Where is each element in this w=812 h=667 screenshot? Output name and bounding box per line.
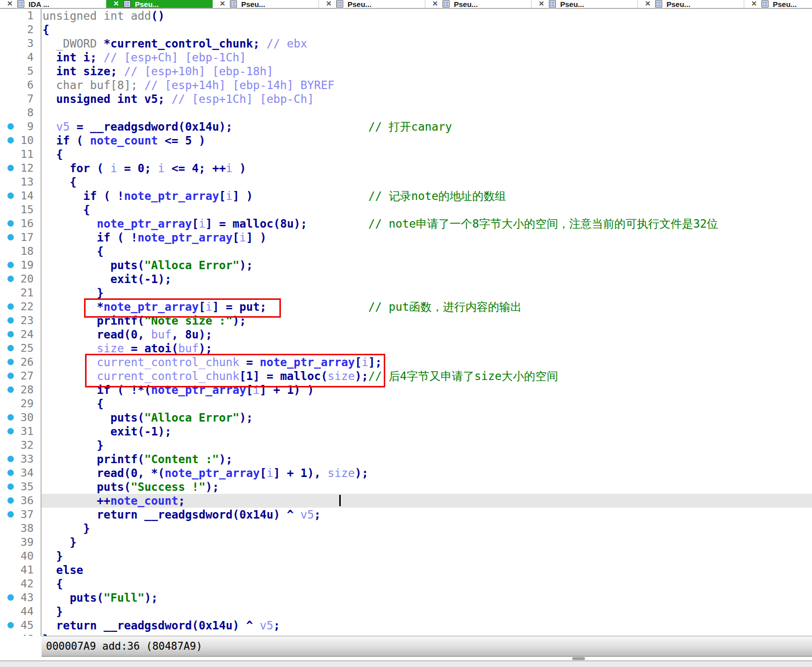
breakpoint-dot[interactable] — [7, 483, 14, 490]
code-line-27[interactable]: 27 current_control_chunk[1] = malloc(siz… — [0, 369, 812, 383]
code-line-4[interactable]: 4 int i; // [esp+Ch] [ebp-1Ch] — [0, 50, 812, 64]
code-line-1[interactable]: 1unsigned int add() — [0, 9, 812, 23]
breakpoint-dot[interactable] — [7, 414, 14, 421]
code-line-6[interactable]: 6 char buf[8]; // [esp+14h] [ebp-14h] BY… — [0, 78, 812, 92]
tab-close-icon[interactable]: ✕ — [539, 0, 544, 7]
code-line-2[interactable]: 2{ — [0, 23, 812, 37]
code-line-9[interactable]: 9 v5 = __readgsdword(0x14u); // 打开canary — [0, 120, 812, 134]
code-line-26[interactable]: 26 current_control_chunk = note_ptr_arra… — [0, 355, 812, 369]
code-line-20[interactable]: 20 exit(-1); — [0, 272, 812, 286]
breakpoint-dot[interactable] — [7, 345, 14, 351]
token-kw: if ( ! — [43, 231, 137, 244]
code-line-16[interactable]: 16 note_ptr_array[i] = malloc(8u); // no… — [0, 217, 812, 231]
code-line-15[interactable]: 15 { — [0, 203, 812, 217]
tab-close-icon[interactable]: ✕ — [432, 0, 438, 7]
code-line-43[interactable]: 43 puts("Full"); — [0, 591, 812, 605]
code-line-11[interactable]: 11 { — [0, 147, 812, 161]
code-line-5[interactable]: 5 int size; // [esp+10h] [ebp-18h] — [0, 64, 812, 78]
breakpoint-dot[interactable] — [7, 165, 14, 171]
code-line-33[interactable]: 33 printf("Content :"); — [0, 452, 812, 466]
code-line-21[interactable]: 21 } — [0, 286, 812, 300]
tab-close-icon[interactable]: ✕ — [645, 0, 651, 7]
breakpoint-dot[interactable] — [7, 470, 14, 476]
code-line-18[interactable]: 18 { — [0, 244, 812, 258]
code-line-22[interactable]: 22 *note_ptr_array[i] = put; // put函数，进行… — [0, 300, 812, 314]
code-line-32[interactable]: 32 } — [0, 438, 812, 452]
code-line-39[interactable]: 39 } — [0, 535, 812, 549]
breakpoint-dot[interactable] — [7, 373, 14, 379]
code-line-8[interactable]: 8 — [0, 106, 812, 120]
code-line-42[interactable]: 42 { — [0, 577, 812, 591]
breakpoint-dot[interactable] — [7, 497, 14, 504]
code-line-40[interactable]: 40 } — [0, 549, 812, 563]
tab-3[interactable]: ✕Pseu... — [319, 0, 425, 8]
code-line-29[interactable]: 29 { — [0, 397, 812, 411]
breakpoint-dot[interactable] — [7, 317, 14, 324]
code-line-41[interactable]: 41 else — [0, 563, 812, 577]
tab-close-icon[interactable]: ✕ — [113, 0, 119, 7]
token-kw: } — [43, 439, 104, 452]
code-line-7[interactable]: 7 unsigned int v5; // [esp+1Ch] [ebp-Ch] — [0, 92, 812, 106]
code-line-45[interactable]: 45 return __readgsdword(0x14u) ^ v5; — [0, 619, 812, 632]
code-line-14[interactable]: 14 if ( !note_ptr_array[i] ) // 记录note的地… — [0, 189, 812, 203]
code-line-35[interactable]: 35 puts("Success !"); — [0, 480, 812, 494]
pseudocode-view[interactable]: 1unsigned int add()2{3 _DWORD *current_c… — [0, 9, 812, 636]
code-line-23[interactable]: 23 printf("Note size :"); — [0, 314, 812, 328]
code-line-10[interactable]: 10 if ( note_count <= 5 ) — [0, 134, 812, 147]
breakpoint-dot[interactable] — [7, 456, 14, 462]
document-icon — [549, 0, 556, 7]
scrollbar-thumb[interactable] — [572, 657, 585, 660]
breakpoint-dot[interactable] — [7, 276, 14, 282]
breakpoint-dot[interactable] — [7, 192, 14, 199]
code-line-24[interactable]: 24 read(0, buf, 8u); — [0, 328, 812, 341]
line-number: 36 — [21, 494, 34, 507]
bottom-strip — [0, 661, 812, 667]
tab-7[interactable]: ✕Pseu... — [744, 0, 812, 8]
tab-close-icon[interactable]: ✕ — [7, 0, 13, 7]
code-line-34[interactable]: 34 read(0, *(note_ptr_array[i] + 1), siz… — [0, 466, 812, 480]
breakpoint-dot[interactable] — [7, 303, 14, 310]
tab-4[interactable]: ✕Pseu... — [425, 0, 532, 8]
tab-1-active[interactable]: ✕Pseu... — [106, 0, 213, 8]
tab-2[interactable]: ✕Pseu... — [213, 0, 319, 8]
tab-close-icon[interactable]: ✕ — [751, 0, 757, 7]
breakpoint-dot[interactable] — [7, 234, 14, 240]
code-text: printf("Note size :"); — [42, 314, 812, 328]
code-line-37[interactable]: 37 return __readgsdword(0x14u) ^ v5; — [0, 508, 812, 522]
horizontal-scrollbar[interactable] — [0, 657, 812, 661]
breakpoint-dot[interactable] — [7, 511, 14, 518]
code-line-46[interactable]: 46} — [0, 632, 812, 636]
token-kw: exit(-1); — [43, 273, 172, 286]
code-line-38[interactable]: 38 } — [0, 522, 812, 535]
code-line-17[interactable]: 17 if ( !note_ptr_array[i] ) — [0, 231, 812, 244]
breakpoint-dot[interactable] — [7, 137, 14, 143]
code-text: { — [42, 23, 812, 37]
tab-close-icon[interactable]: ✕ — [220, 0, 226, 7]
code-line-28[interactable]: 28 if ( !*(note_ptr_array[i] + 1) ) — [0, 383, 812, 397]
breakpoint-dot[interactable] — [7, 262, 14, 268]
token-kw: = 0; — [117, 162, 158, 175]
tab-0[interactable]: ✕IDA ... — [0, 0, 106, 8]
token-kw: else — [43, 564, 83, 576]
code-line-36[interactable]: 36 ++note_count; — [0, 494, 812, 508]
tab-6[interactable]: ✕Pseu... — [638, 0, 744, 8]
code-line-12[interactable]: 12 for ( i = 0; i <= 4; ++i ) — [0, 161, 812, 175]
breakpoint-dot[interactable] — [7, 594, 14, 601]
code-line-3[interactable]: 3 _DWORD *current_control_chunk; // ebx — [0, 37, 812, 50]
tab-close-icon[interactable]: ✕ — [326, 0, 332, 7]
breakpoint-dot[interactable] — [7, 123, 14, 130]
code-line-19[interactable]: 19 puts("Alloca Error"); — [0, 258, 812, 272]
code-line-31[interactable]: 31 exit(-1); — [0, 425, 812, 438]
token-kw: } — [43, 633, 49, 636]
code-line-44[interactable]: 44 } — [0, 605, 812, 619]
tab-5[interactable]: ✕Pseu... — [532, 0, 638, 8]
code-line-30[interactable]: 30 puts("Alloca Error"); — [0, 411, 812, 425]
breakpoint-dot[interactable] — [7, 386, 14, 393]
breakpoint-dot[interactable] — [7, 359, 14, 365]
breakpoint-dot[interactable] — [7, 220, 14, 227]
breakpoint-dot[interactable] — [7, 428, 14, 434]
code-line-25[interactable]: 25 size = atoi(buf); — [0, 341, 812, 355]
code-line-13[interactable]: 13 { — [0, 175, 812, 189]
breakpoint-dot[interactable] — [7, 331, 14, 337]
breakpoint-dot[interactable] — [7, 622, 14, 628]
